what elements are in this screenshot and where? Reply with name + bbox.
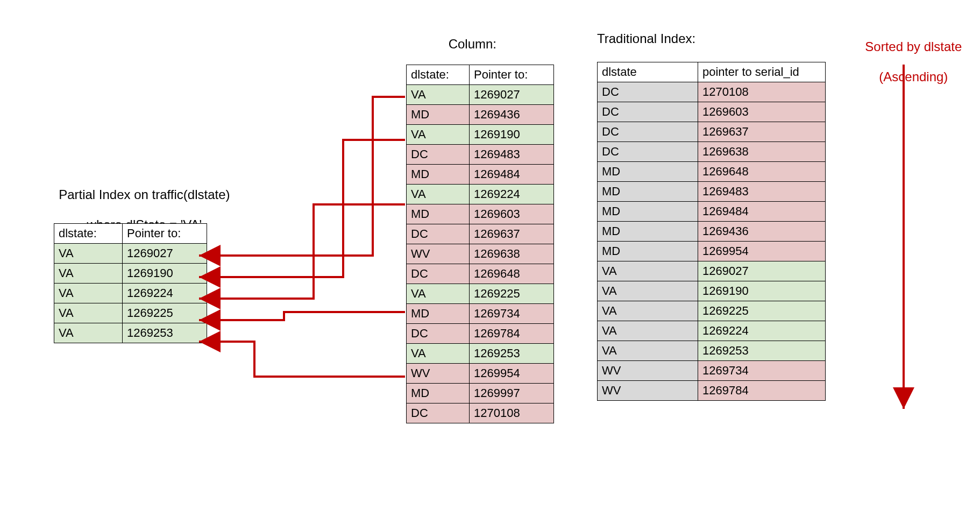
mapping-arrow bbox=[199, 312, 405, 320]
diagram-canvas: Partial Index on traffic(dlstate) where … bbox=[11, 11, 980, 524]
mapping-arrow bbox=[199, 97, 405, 256]
mapping-arrow bbox=[199, 342, 405, 377]
mapping-arrow bbox=[199, 204, 405, 299]
arrow-overlay bbox=[11, 11, 980, 524]
